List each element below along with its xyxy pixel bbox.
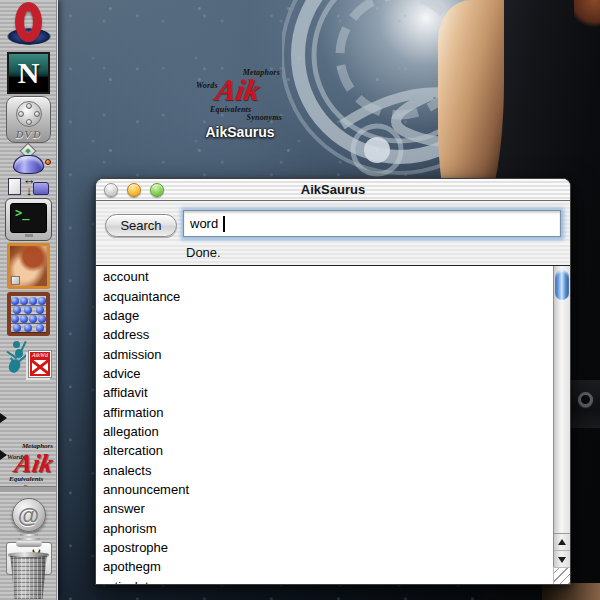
venus-image-viewer-icon[interactable]	[7, 243, 50, 289]
dvd-player-icon[interactable]: DVD	[6, 96, 51, 143]
aiksaurus-window: AikSaurus Search Done. accountacquaintan…	[95, 178, 571, 585]
file-sync-icon[interactable]: ↔↓	[5, 144, 52, 196]
desktop-icon-label: AikSaurus	[192, 124, 288, 140]
list-item[interactable]: aphorism	[96, 518, 553, 537]
red-x-glyph	[32, 360, 48, 374]
opera-icon[interactable]	[6, 2, 52, 48]
aik-thesaurus-icon[interactable]: Metaphors Words Aik Equivalents Synonyms	[3, 442, 56, 492]
toolbar: Search	[96, 201, 570, 243]
list-item[interactable]: acquaintance	[96, 286, 553, 305]
aikwdx-book: AikWd	[28, 350, 52, 378]
list-item[interactable]: admission	[96, 344, 553, 363]
status-text: Done.	[96, 243, 570, 265]
logo-aik-script: Aik	[213, 73, 262, 107]
mail-icon[interactable]: @	[7, 498, 50, 550]
netscape-icon[interactable]: N	[7, 52, 50, 94]
scrollbar[interactable]	[553, 266, 570, 567]
holster-patch	[542, 583, 600, 600]
list-item[interactable]: adage	[96, 306, 553, 325]
dvd-label: DVD	[7, 128, 50, 140]
zoom-button[interactable]	[150, 183, 164, 197]
list-item[interactable]: account	[96, 267, 553, 286]
list-item[interactable]: articulate	[96, 577, 553, 585]
logo-word-words: Words	[196, 81, 218, 90]
indicator-lamp	[45, 159, 51, 165]
window-titlebar[interactable]: AikSaurus	[96, 179, 570, 201]
transfer-arrows: ↔↓	[21, 174, 37, 196]
terminal-screen: >_	[10, 203, 47, 233]
spring-base	[16, 541, 42, 547]
resize-grip[interactable]	[553, 567, 570, 584]
aik-word-equivalents: Equivalents	[9, 475, 43, 483]
lara-hair	[574, 0, 600, 30]
logo-word-synonyms: Synonyms	[247, 113, 282, 122]
list-item[interactable]: altercation	[96, 441, 553, 460]
dvd-control-pad	[16, 101, 42, 127]
search-button[interactable]: Search	[105, 214, 177, 237]
list-item[interactable]: apothegm	[96, 557, 553, 576]
search-field-wrap	[183, 210, 561, 237]
document-glyph	[8, 178, 21, 195]
list-item[interactable]: allegation	[96, 422, 553, 441]
logo-word-equivalents: Equivalents	[210, 105, 251, 114]
word-rows: accountacquaintanceadageaddressadmission…	[96, 267, 553, 584]
list-item[interactable]: address	[96, 325, 553, 344]
running-indicator-arrow	[0, 413, 7, 423]
terminal-icon[interactable]: >_	[5, 198, 52, 241]
opera-o-ring	[15, 2, 42, 42]
scroll-down-button[interactable]	[554, 551, 570, 568]
netscape-n: N	[18, 56, 40, 90]
running-indicator-arrow	[0, 450, 7, 460]
desktop: Metaphors Words Aik Equivalents Synonyms…	[0, 0, 600, 600]
close-button[interactable]	[104, 183, 118, 197]
belt-ring	[578, 392, 593, 407]
list-item[interactable]: advice	[96, 364, 553, 383]
list-item[interactable]: apostrophe	[96, 538, 553, 557]
trash-basket	[9, 554, 48, 599]
terminal-stand	[25, 234, 33, 237]
text-caret	[223, 216, 225, 232]
list-item[interactable]: affidavit	[96, 383, 553, 402]
search-input[interactable]	[184, 211, 560, 236]
list-item[interactable]: answer	[96, 499, 553, 518]
abacus-icon[interactable]	[7, 292, 50, 336]
desktop-icon-aiksaurus[interactable]: Metaphors Words Aik Equivalents Synonyms…	[192, 66, 288, 144]
trash-icon[interactable]	[0, 552, 57, 600]
list-item[interactable]: announcement	[96, 480, 553, 499]
minimize-button[interactable]	[127, 183, 141, 197]
aikwdx-ant-icon[interactable]: AikWd	[4, 338, 53, 394]
scroll-up-button[interactable]	[554, 534, 570, 551]
dock-separator	[0, 486, 56, 493]
scrollbar-thumb[interactable]	[555, 270, 569, 300]
at-sign-coin: @	[12, 498, 46, 532]
aik-logo: Metaphors Words Aik Equivalents Synonyms	[192, 66, 288, 122]
palette-chip	[11, 276, 20, 285]
list-item[interactable]: analects	[96, 460, 553, 479]
trash-rim	[8, 552, 49, 557]
ant-head	[13, 341, 20, 348]
word-list: accountacquaintanceadageaddressadmission…	[96, 265, 570, 584]
window-title: AikSaurus	[96, 179, 570, 200]
list-item[interactable]: affirmation	[96, 402, 553, 421]
dock: N DVD ↔↓ >_	[0, 0, 57, 600]
scrollbar-arrows	[554, 533, 570, 567]
